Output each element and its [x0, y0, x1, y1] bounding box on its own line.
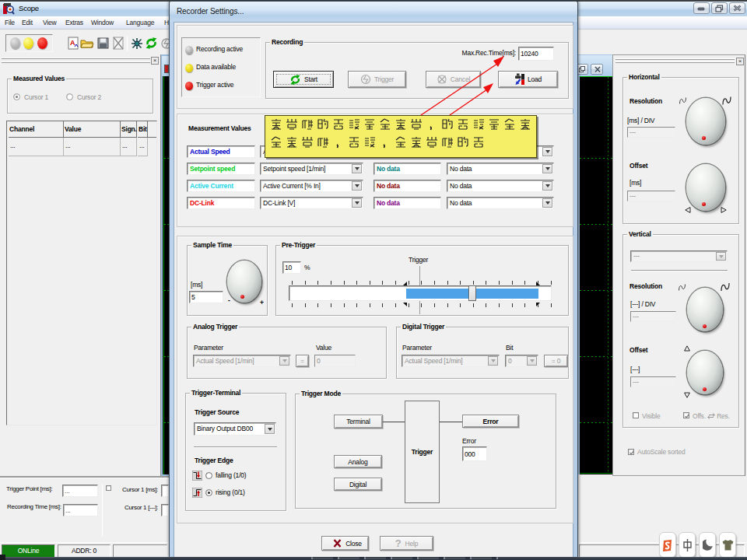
- svg-text:A: A: [70, 39, 75, 47]
